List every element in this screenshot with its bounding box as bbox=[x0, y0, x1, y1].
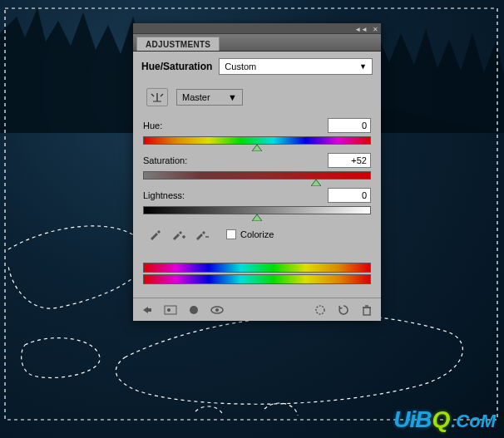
svg-point-8 bbox=[215, 308, 219, 312]
adjust-thumb-icon[interactable] bbox=[163, 303, 178, 317]
preset-menu-icon[interactable] bbox=[313, 303, 328, 317]
lightness-label: Lightness: bbox=[143, 190, 185, 200]
lightness-slider: Lightness: 0 bbox=[141, 188, 373, 214]
clip-mask-icon[interactable] bbox=[186, 303, 201, 317]
eyedropper-subtract-icon[interactable] bbox=[193, 226, 210, 243]
saturation-thumb[interactable] bbox=[311, 180, 321, 186]
panel-window-controls: ◄◄ ✕ bbox=[133, 23, 381, 33]
panel-tab-bar: ADJUSTMENTS bbox=[133, 33, 381, 52]
svg-rect-3 bbox=[148, 308, 151, 312]
svg-marker-0 bbox=[252, 145, 262, 151]
reset-icon[interactable] bbox=[336, 303, 351, 317]
eye-icon[interactable] bbox=[210, 303, 225, 317]
collapse-icon[interactable]: ◄◄ bbox=[354, 27, 368, 33]
preset-dropdown[interactable]: Custom ▼ bbox=[219, 58, 373, 75]
hue-track[interactable] bbox=[143, 136, 371, 145]
close-icon[interactable]: ✕ bbox=[373, 27, 378, 33]
tab-adjustments[interactable]: ADJUSTMENTS bbox=[136, 37, 220, 51]
eyedropper-icon[interactable] bbox=[146, 226, 163, 243]
svg-point-6 bbox=[190, 306, 198, 314]
svg-marker-1 bbox=[311, 180, 321, 186]
range-strip-out[interactable] bbox=[143, 274, 371, 284]
hue-slider: Hue: 0 bbox=[141, 118, 373, 145]
lightness-track[interactable] bbox=[143, 206, 371, 214]
saturation-track[interactable] bbox=[143, 171, 371, 180]
colorize-checkbox[interactable]: Colorize bbox=[226, 229, 274, 239]
chevron-down-icon: ▼ bbox=[228, 92, 237, 102]
preset-value: Custom bbox=[225, 62, 256, 71]
saturation-label: Saturation: bbox=[143, 155, 187, 165]
checkbox-icon bbox=[226, 229, 236, 239]
targeted-adjust-icon[interactable] bbox=[146, 88, 168, 106]
colorize-label: Colorize bbox=[240, 229, 274, 239]
edit-scope-value: Master bbox=[182, 92, 210, 102]
lightness-input[interactable]: 0 bbox=[328, 188, 371, 203]
saturation-slider: Saturation: +52 bbox=[141, 153, 373, 180]
back-icon[interactable] bbox=[140, 303, 155, 317]
range-strip-in[interactable] bbox=[143, 263, 371, 273]
hue-label: Hue: bbox=[143, 121, 162, 130]
eyedropper-add-icon[interactable] bbox=[170, 226, 186, 243]
panel-footer bbox=[133, 298, 381, 321]
svg-rect-10 bbox=[363, 308, 370, 315]
watermark: UiBQ.CoM bbox=[393, 406, 496, 433]
hue-thumb[interactable] bbox=[252, 145, 262, 151]
edit-scope-dropdown[interactable]: Master ▼ bbox=[176, 89, 243, 106]
saturation-input[interactable]: +52 bbox=[328, 153, 371, 168]
svg-point-5 bbox=[167, 308, 170, 312]
hue-input[interactable]: 0 bbox=[328, 118, 371, 133]
chevron-down-icon: ▼ bbox=[359, 62, 367, 71]
lightness-thumb[interactable] bbox=[252, 214, 262, 221]
adjustments-panel: ◄◄ ✕ ADJUSTMENTS Hue/Saturation Custom ▼… bbox=[133, 23, 381, 321]
svg-point-9 bbox=[316, 306, 324, 314]
color-range-strips bbox=[143, 263, 371, 284]
adjustment-title: Hue/Saturation bbox=[141, 61, 212, 72]
trash-icon[interactable] bbox=[359, 303, 374, 317]
svg-marker-2 bbox=[252, 214, 262, 221]
